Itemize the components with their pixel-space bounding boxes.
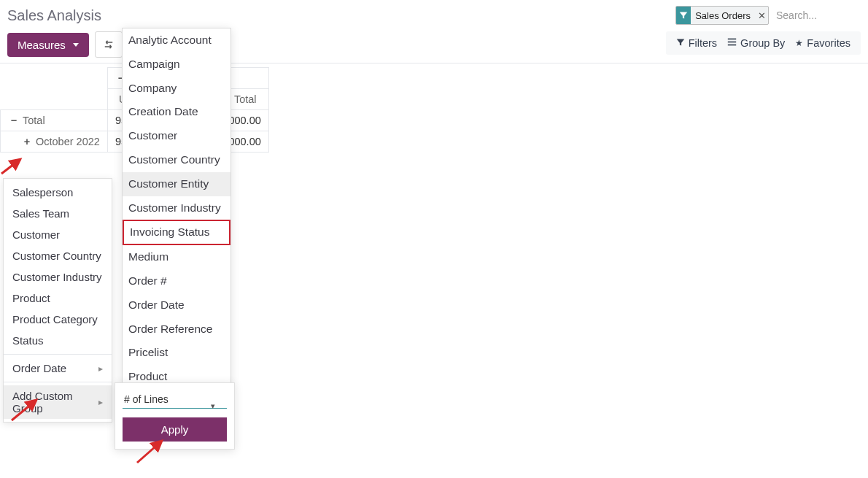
favorites-dropdown[interactable]: ★ Favorites [795, 37, 850, 49]
caret-down-icon [73, 43, 79, 47]
flip-axis-button[interactable] [95, 31, 123, 58]
field-option[interactable]: Customer Country [123, 148, 230, 172]
search-facet-sales-orders[interactable]: Sales Orders ✕ [675, 6, 769, 25]
groupby-option-customer-country[interactable]: Customer Country [4, 245, 112, 266]
add-custom-group-panel: # of Lines ▾ Apply [115, 382, 235, 450]
funnel-icon [676, 38, 685, 49]
groupby-option-status[interactable]: Status [4, 330, 112, 351]
favorites-label: Favorites [807, 37, 850, 49]
apply-button[interactable]: Apply [123, 417, 227, 442]
svg-rect-2 [728, 45, 736, 46]
filters-dropdown[interactable]: Filters [676, 37, 717, 49]
field-option[interactable]: Customer [123, 124, 230, 148]
groupby-option-product[interactable]: Product [4, 288, 112, 309]
groupby-dropdown[interactable]: Group By [727, 37, 785, 49]
search-area: Sales Orders ✕ [675, 6, 861, 25]
field-option[interactable]: Pricelist [123, 341, 230, 365]
separator [4, 382, 112, 382]
close-icon[interactable]: ✕ [755, 10, 768, 21]
measures-button[interactable]: Measures [7, 33, 89, 57]
field-option[interactable]: Company [123, 77, 230, 101]
groupby-option-customer[interactable]: Customer [4, 224, 112, 245]
list-icon [727, 37, 737, 49]
groupby-option-order-date[interactable]: Order Date ▸ [4, 358, 112, 379]
field-option[interactable]: Product [123, 365, 230, 385]
custom-group-field-select[interactable]: # of Lines [123, 390, 227, 409]
field-option[interactable]: Order Date [123, 293, 230, 317]
field-option[interactable]: Medium [123, 245, 230, 269]
separator [4, 354, 112, 355]
field-option[interactable]: Customer Entity [123, 172, 230, 196]
field-option[interactable]: Invoicing Status [123, 220, 230, 245]
search-input[interactable] [773, 7, 861, 24]
measures-label: Measures [18, 39, 66, 51]
groupby-option-sales-team[interactable]: Sales Team [4, 203, 112, 224]
field-dropdown-list[interactable]: Analytic AccountCampaignCompanyCreation … [122, 28, 231, 385]
chevron-right-icon: ▸ [98, 363, 103, 374]
facet-label: Sales Orders [691, 10, 755, 21]
filter-icon [676, 7, 691, 24]
expand-icon[interactable]: + [21, 136, 33, 147]
groupby-option-customer-industry[interactable]: Customer Industry [4, 266, 112, 288]
groupby-add-custom-group[interactable]: Add Custom Group ▸ [4, 385, 112, 419]
groupby-option-product-category[interactable]: Product Category [4, 309, 112, 330]
svg-rect-1 [728, 42, 736, 43]
field-option[interactable]: Customer Industry [123, 196, 230, 220]
groupby-submenu[interactable]: Salesperson Sales Team Customer Customer… [3, 178, 112, 423]
field-option[interactable]: Campaign [123, 53, 230, 77]
groupby-label: Group By [740, 37, 785, 49]
filters-label: Filters [689, 37, 717, 49]
star-icon: ★ [795, 38, 803, 48]
svg-line-3 [1, 159, 20, 174]
svg-rect-0 [728, 39, 736, 40]
field-option[interactable]: Order Reference [123, 317, 230, 342]
collapse-icon[interactable]: − [8, 115, 20, 126]
chevron-right-icon: ▸ [98, 397, 103, 407]
page-title: Sales Analysis [7, 7, 101, 24]
field-option[interactable]: Creation Date [123, 100, 230, 124]
groupby-option-salesperson[interactable]: Salesperson [4, 182, 112, 203]
field-option[interactable]: Order # [123, 269, 230, 293]
field-option[interactable]: Analytic Account [123, 28, 230, 53]
annotation-arrow [0, 155, 29, 177]
